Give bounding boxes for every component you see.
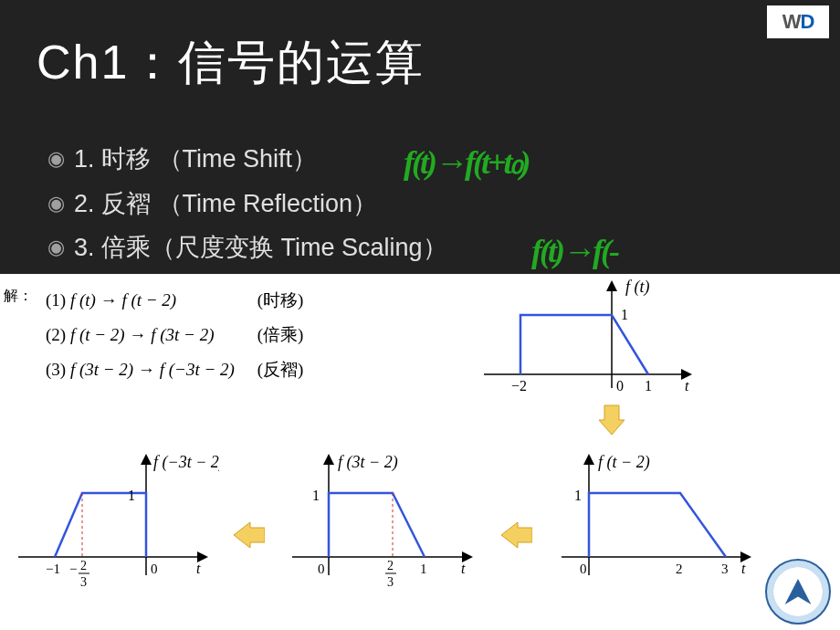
- step-num: (3): [46, 360, 66, 379]
- solution-steps: (1) f (t) → f (t − 2) (时移) (2) f (t − 2)…: [46, 283, 303, 387]
- plot-ft2: f (t − 2) 1 0 2 3 t: [543, 447, 762, 603]
- step-row: (1) f (t) → f (t − 2) (时移): [46, 283, 303, 318]
- y-tick: 1: [574, 488, 582, 503]
- step-num: (2): [46, 325, 66, 344]
- logo-letter-d: D: [800, 10, 814, 34]
- y-tick: 1: [621, 307, 628, 322]
- plot-fm3t2: f (−3t − 2) 1 −1 − 2 3 0 t: [9, 447, 219, 603]
- list-item: ◉ 3. 倍乘（尺度变换 Time Scaling） f(t)→f(at): [47, 226, 447, 270]
- arrow-left-icon: [230, 520, 265, 550]
- x-tick-num: 2: [387, 559, 394, 572]
- x-tick-den: 3: [387, 575, 394, 589]
- step-to: f (3t − 2): [151, 325, 214, 344]
- step-from: f (3t − 2): [70, 360, 133, 379]
- step-tag: (反褶): [257, 360, 304, 379]
- plot-label: f (t): [625, 278, 650, 297]
- x-tick: 1: [420, 562, 427, 576]
- x-axis: t: [461, 561, 466, 576]
- step-row: (2) f (t − 2) → f (3t − 2) (倍乘): [46, 318, 303, 352]
- solution-label: 解：: [4, 287, 33, 306]
- bullet-icon: ◉: [47, 229, 65, 266]
- plot-ft: f (t) 1 −2 0 1 t: [466, 274, 703, 402]
- university-logo-inner: [782, 579, 814, 604]
- list-item: ◉ 1. 时移 （Time Shift） f(t)→f(t+t₀): [47, 137, 447, 182]
- step-to: f (t − 2): [121, 290, 176, 310]
- example-panel: 解： (1) f (t) → f (t − 2) (时移) (2) f (t −…: [0, 274, 840, 630]
- list-item-label: 2. 反褶 （Time Reflection）: [74, 182, 377, 226]
- x-axis: t: [741, 561, 746, 576]
- step-tag: (时移): [257, 290, 304, 310]
- university-logo: [765, 559, 831, 625]
- plot-label: f (t − 2): [598, 453, 650, 472]
- list-item-label: 1. 时移 （Time Shift）: [74, 137, 317, 182]
- step-row: (3) f (3t − 2) → f (−3t − 2) (反褶): [46, 352, 303, 387]
- x-tick: −: [69, 562, 77, 576]
- step-from: f (t − 2): [70, 325, 125, 344]
- bullet-icon: ◉: [47, 185, 65, 222]
- x-axis: t: [685, 378, 689, 394]
- x-tick: 0: [616, 378, 624, 394]
- arrow-left-icon: [498, 520, 532, 550]
- step-tag: (倍乘): [257, 325, 304, 344]
- x-tick: 3: [721, 562, 729, 576]
- x-tick-num: 2: [80, 559, 87, 572]
- plot-label: f (3t − 2): [338, 453, 398, 472]
- list-item: ◉ 2. 反褶 （Time Reflection） f(t)→f(-t): [47, 182, 447, 226]
- step-from: f (t): [70, 290, 96, 310]
- operations-list: ◉ 1. 时移 （Time Shift） f(t)→f(t+t₀) ◉ 2. 反…: [47, 137, 447, 270]
- logo-letter-w: W: [782, 10, 801, 34]
- plot-f3t2: f (3t − 2) 1 0 2 3 1 t: [274, 447, 484, 603]
- brand-logo: W D: [767, 5, 829, 38]
- step-num: (1): [46, 290, 66, 310]
- x-tick: 2: [676, 562, 683, 576]
- bullet-icon: ◉: [47, 141, 65, 177]
- page-title: Ch1：信号的运算: [37, 31, 425, 95]
- x-tick: 0: [151, 562, 158, 576]
- y-tick: 1: [312, 488, 320, 503]
- x-tick: −2: [511, 378, 527, 394]
- x-tick: 0: [580, 562, 587, 576]
- arrow-down-icon: [593, 402, 630, 438]
- x-axis: t: [196, 561, 201, 576]
- x-tick-den: 3: [80, 575, 87, 589]
- x-tick: 1: [645, 378, 652, 394]
- plot-label: f (−3t − 2): [153, 453, 219, 472]
- y-tick: 1: [128, 488, 135, 503]
- x-tick: −1: [46, 562, 60, 576]
- x-tick: 0: [318, 562, 325, 576]
- list-item-label: 3. 倍乘（尺度变换 Time Scaling）: [74, 226, 447, 270]
- step-to: f (−3t − 2): [160, 360, 235, 379]
